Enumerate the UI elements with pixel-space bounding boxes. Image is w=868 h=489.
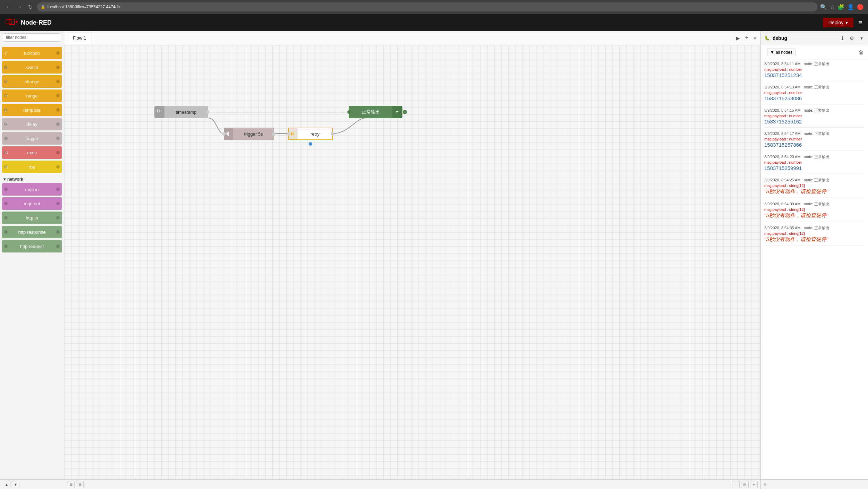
browser-menu-icon[interactable]: 🔴 <box>857 4 864 10</box>
search-input[interactable] <box>3 33 61 42</box>
node-function[interactable]: ƒ function <box>2 47 62 59</box>
debug-toggle-button[interactable]: ⊟ <box>76 481 84 488</box>
add-tab-icon[interactable]: + <box>743 34 751 42</box>
node-http-request[interactable]: http request <box>2 240 62 252</box>
trigger5s-node[interactable]: trigger 5s <box>224 128 274 140</box>
debug-value-3[interactable]: 1583715257866 <box>764 142 865 148</box>
debug-value-1[interactable]: 1583715253086 <box>764 95 865 101</box>
filter-all-nodes-button[interactable]: ▼ all nodes <box>767 49 795 56</box>
debug-message-4: 3/9/2020, 8:54:20 AM node: 正常输出 msg.payl… <box>764 154 865 174</box>
node-trigger[interactable]: ⏐ trigger <box>2 132 62 145</box>
output-node[interactable]: 正常输出 ≡ <box>349 106 402 118</box>
tab-menu-icon[interactable]: ≡ <box>752 34 758 42</box>
right-panel: 🐛 debug ℹ ⚙ ▾ ▼ all nodes 🗑 3/9/2020, 8:… <box>760 31 868 489</box>
clear-debug-button[interactable]: 🗑 <box>857 49 865 56</box>
debug-timestamp-6: 3/9/2020, 8:54:30 AM <box>764 202 801 206</box>
trigger5s-port-left <box>222 132 226 136</box>
scroll-down-button[interactable]: ▼ <box>12 481 19 488</box>
timestamp-port-right <box>206 110 210 114</box>
debug-meta-1: 3/9/2020, 8:54:13 AM node: 正常输出 <box>764 85 865 90</box>
debug-node-0: node: 正常输出 <box>804 62 830 66</box>
app-logo: Node-RED <box>6 18 52 27</box>
trigger5s-label: trigger 5s <box>233 131 274 137</box>
mqtt-out-port-right <box>56 202 60 205</box>
search-icon[interactable]: 🔍 <box>820 4 827 10</box>
sidebar-search-container <box>0 31 64 44</box>
timestamp-node[interactable]: timestamp <box>154 106 208 118</box>
node-mqtt-out[interactable]: mqtt out <box>2 197 62 210</box>
sidebar-toggle-button[interactable]: ⊞ <box>67 481 75 488</box>
deploy-button[interactable]: Deploy ▾ <box>823 18 854 27</box>
debug-value-6[interactable]: "5秒没有动作，请检查硬件" <box>764 212 865 219</box>
back-button[interactable]: ← <box>4 3 13 11</box>
debug-message-7: 3/9/2020, 8:54:35 AM node: 正常输出 msg.payl… <box>764 225 865 246</box>
debug-settings-button[interactable]: ⚙ <box>848 35 856 42</box>
debug-meta-5: 3/9/2020, 8:54:25 AM node: 正常输出 <box>764 178 865 183</box>
debug-timestamp-5: 3/9/2020, 8:54:25 AM <box>764 178 801 182</box>
refresh-button[interactable]: ↻ <box>26 3 34 11</box>
bookmark-icon[interactable]: ☆ <box>830 4 835 10</box>
http-in-port-left <box>4 216 8 220</box>
browser-bar: ← → ↻ 🔒 localhost:1880/#flow/73554227.44… <box>0 0 868 14</box>
retry-port-left <box>287 132 290 136</box>
profile-icon[interactable]: 👤 <box>847 4 854 10</box>
debug-meta-3: 3/9/2020, 8:54:17 AM node: 正常输出 <box>764 131 865 136</box>
hamburger-menu-icon[interactable]: ≡ <box>858 19 862 27</box>
mqtt-in-port-right <box>56 188 60 191</box>
debug-timestamp-4: 3/9/2020, 8:54:20 AM <box>764 155 801 159</box>
flow-tab-1[interactable]: Flow 1 <box>67 33 92 44</box>
debug-panel-title: debug <box>773 35 837 41</box>
trigger5s-port-right <box>272 132 275 136</box>
extension-icon[interactable]: 🧩 <box>837 4 844 10</box>
debug-value-4[interactable]: 1583715259991 <box>764 165 865 171</box>
node-change[interactable]: ✎ change <box>2 75 62 88</box>
node-template[interactable]: {} template <box>2 104 62 116</box>
canvas-zoom-actions: - ◎ + <box>732 481 758 488</box>
mqtt-in-port-left <box>4 188 8 191</box>
zoom-reset-button[interactable]: ◎ <box>741 481 749 488</box>
right-panel-bottom-bar <box>761 479 868 489</box>
debug-node-4: node: 正常输出 <box>804 155 830 159</box>
debug-panel-icon: 🐛 <box>764 35 770 41</box>
main-layout: ƒ function ⇌ switch ✎ change ⇔ range <box>0 31 868 489</box>
network-section-header[interactable]: ▾ network <box>2 175 62 183</box>
node-rbe[interactable]: ⊞ rbe <box>2 161 62 173</box>
output-label: 正常输出 <box>349 109 392 115</box>
sidebar-bottom-bar: ▲ ▼ <box>0 479 64 489</box>
debug-value-0[interactable]: 1583715251234 <box>764 72 865 78</box>
debug-panel-expand-button[interactable]: ▾ <box>859 35 865 42</box>
output-icon: ≡ <box>392 106 402 118</box>
scroll-up-button[interactable]: ▲ <box>3 481 10 488</box>
run-icon[interactable]: ▶ <box>735 34 741 42</box>
sidebar-nodes: ƒ function ⇌ switch ✎ change ⇔ range <box>0 44 64 479</box>
node-http-in[interactable]: http in <box>2 212 62 224</box>
debug-info-button[interactable]: ℹ <box>840 35 845 42</box>
debug-timestamp-1: 3/9/2020, 8:54:13 AM <box>764 85 801 89</box>
debug-value-2[interactable]: 1583715255162 <box>764 119 865 125</box>
debug-value-5[interactable]: "5秒没有动作，请检查硬件" <box>764 188 865 195</box>
right-panel-status-dot <box>764 483 766 486</box>
zoom-out-button[interactable]: - <box>732 481 740 488</box>
deploy-chevron-icon: ▾ <box>845 20 848 25</box>
node-http-response[interactable]: http response <box>2 226 62 238</box>
flow-canvas[interactable]: timestamp 正常输出 ≡ <box>64 45 760 479</box>
debug-node-5: node: 正常输出 <box>804 178 830 182</box>
node-switch[interactable]: ⇌ switch <box>2 61 62 74</box>
node-exec[interactable]: ⚙ exec <box>2 146 62 159</box>
change-port-right <box>56 80 60 83</box>
debug-message-5: 3/9/2020, 8:54:25 AM node: 正常输出 msg.payl… <box>764 178 865 198</box>
address-bar[interactable]: 🔒 localhost:1880/#flow/73554227.4474dc <box>37 2 817 11</box>
sidebar: ƒ function ⇌ switch ✎ change ⇔ range <box>0 31 64 489</box>
node-delay[interactable]: ⏱ delay <box>2 118 62 130</box>
forward-button[interactable]: → <box>15 3 24 11</box>
debug-meta-6: 3/9/2020, 8:54:30 AM node: 正常输出 <box>764 201 865 207</box>
debug-node-3: node: 正常输出 <box>804 131 830 136</box>
node-range[interactable]: ⇔ range <box>2 89 62 102</box>
node-mqtt-in[interactable]: mqtt in <box>2 183 62 196</box>
retry-node[interactable]: retry <box>288 128 333 140</box>
browser-navigation: ← → ↻ <box>4 3 34 11</box>
rbe-port-left <box>4 165 8 169</box>
filter-label: all nodes <box>776 50 792 55</box>
zoom-in-button[interactable]: + <box>750 481 758 488</box>
debug-value-7[interactable]: "5秒没有动作，请检查硬件" <box>764 236 865 243</box>
